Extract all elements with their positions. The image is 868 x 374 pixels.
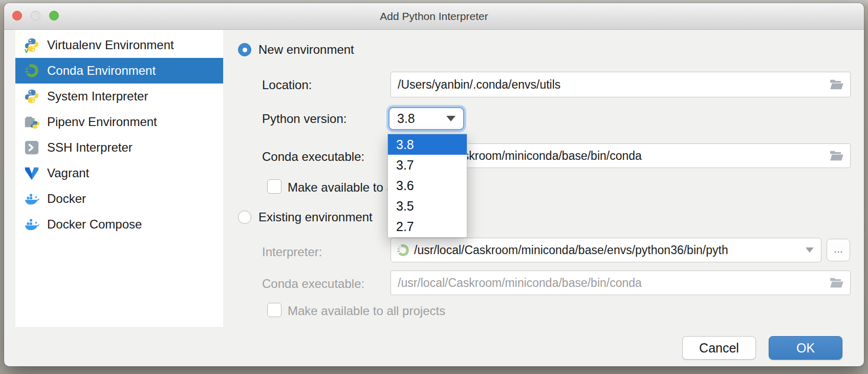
folder-open-icon[interactable]: [830, 78, 844, 91]
add-python-interpreter-dialog: Add Python Interpreter v Virtualenv Envi…: [4, 3, 864, 366]
sidebar-item-label: Docker Compose: [47, 217, 142, 232]
sidebar-item-ssh[interactable]: SSH Interpreter: [15, 135, 223, 160]
location-value: /Users/yanbin/.conda/envs/utils: [398, 78, 824, 92]
make-available-label-2: Make available to all projects: [288, 304, 445, 318]
folder-open-icon[interactable]: [830, 150, 844, 162]
conda-executable-value-2: /usr/local/Caskroom/miniconda/base/bin/c…: [398, 276, 824, 290]
browse-interpreter-button[interactable]: ...: [827, 239, 850, 261]
conda-icon: [24, 63, 39, 78]
version-option-2.7[interactable]: 2.7: [388, 216, 467, 237]
interpreter-value: /usr/local/Caskroom/miniconda/base/envs/…: [414, 243, 806, 257]
sidebar-item-system-interpreter[interactable]: System Interpreter: [15, 84, 223, 109]
sidebar-item-virtualenv[interactable]: v Virtualenv Environment: [15, 32, 223, 58]
sidebar-item-label: Conda Environment: [47, 64, 156, 78]
sidebar-item-docker-compose[interactable]: Docker Compose: [15, 212, 223, 237]
python-icon: [24, 89, 39, 104]
conda-executable-input-2[interactable]: /usr/local/Caskroom/miniconda/base/bin/c…: [390, 271, 851, 295]
new-environment-radio[interactable]: [238, 43, 251, 56]
python-venv-icon: v: [24, 37, 39, 53]
pipenv-icon: [24, 114, 39, 130]
conda-icon: [396, 243, 410, 257]
ssh-icon: [24, 140, 39, 155]
chevron-down-icon: [446, 116, 455, 121]
interpreter-type-list: v Virtualenv Environment Conda Environme…: [15, 30, 223, 327]
version-option-3.5[interactable]: 3.5: [388, 196, 467, 216]
location-input[interactable]: /Users/yanbin/.conda/envs/utils: [390, 72, 851, 97]
sidebar-item-label: System Interpreter: [47, 89, 148, 103]
chevron-down-icon: [806, 247, 814, 253]
folder-open-icon[interactable]: [830, 277, 844, 289]
sidebar-item-vagrant[interactable]: Vagrant: [15, 160, 223, 186]
new-environment-label: New environment: [258, 43, 354, 56]
sidebar-item-docker[interactable]: Docker: [15, 186, 223, 212]
existing-environment-radio[interactable]: [238, 211, 251, 224]
ok-button[interactable]: OK: [769, 336, 842, 360]
vagrant-icon: [24, 165, 39, 181]
cancel-button[interactable]: Cancel: [682, 336, 756, 360]
make-available-checkbox-2[interactable]: [267, 303, 281, 317]
python-version-label: Python version:: [262, 112, 346, 126]
python-version-select[interactable]: 3.8: [388, 107, 464, 130]
existing-environment-label: Existing environment: [258, 211, 373, 224]
conda-executable-label: Conda executable:: [262, 150, 364, 164]
python-version-dropdown-list: 3.8 3.7 3.6 3.5 2.7: [387, 134, 467, 238]
version-option-3.7[interactable]: 3.7: [388, 155, 467, 175]
docker-compose-icon: [24, 217, 39, 232]
interpreter-label: Interpreter:: [262, 245, 322, 259]
title-bar: Add Python Interpreter: [4, 3, 864, 30]
sidebar-item-pipenv[interactable]: Pipenv Environment: [15, 109, 223, 135]
sidebar-item-label: Virtualenv Environment: [47, 38, 174, 52]
interpreter-select[interactable]: /usr/local/Caskroom/miniconda/base/envs/…: [390, 238, 821, 262]
sidebar-item-label: SSH Interpreter: [47, 140, 133, 155]
sidebar-item-label: Pipenv Environment: [47, 115, 157, 129]
svg-text:v: v: [25, 47, 29, 53]
sidebar-item-label: Vagrant: [47, 166, 89, 180]
python-version-value: 3.8: [397, 111, 415, 126]
location-label: Location:: [262, 78, 312, 92]
version-option-3.6[interactable]: 3.6: [388, 175, 467, 196]
window-title: Add Python Interpreter: [4, 3, 864, 29]
version-option-3.8[interactable]: 3.8: [388, 134, 467, 155]
sidebar-item-label: Docker: [47, 192, 86, 206]
make-available-checkbox[interactable]: [267, 179, 281, 194]
sidebar-item-conda[interactable]: Conda Environment: [15, 58, 223, 84]
docker-icon: [24, 191, 39, 206]
conda-executable-label-2: Conda executable:: [262, 277, 364, 291]
